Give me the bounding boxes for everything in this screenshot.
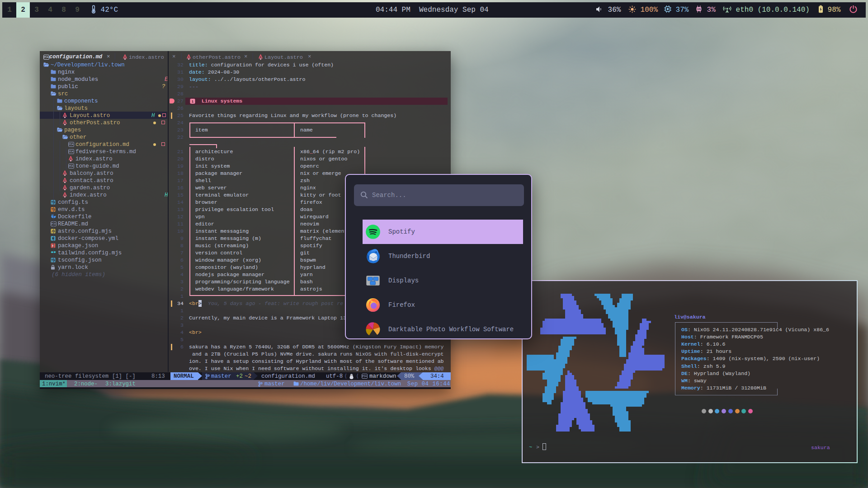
svg-text:GN: GN [697, 8, 701, 10]
